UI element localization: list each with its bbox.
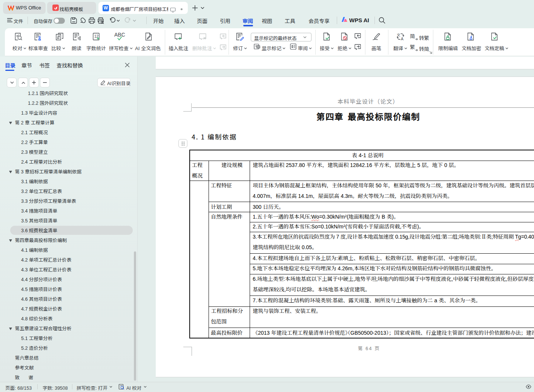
- svg-text:A: A: [401, 37, 404, 41]
- svg-text:简: 简: [410, 33, 415, 40]
- svg-text:文: 文: [397, 32, 400, 37]
- svg-text:繁: 繁: [410, 44, 415, 51]
- svg-text:ABC: ABC: [114, 32, 125, 38]
